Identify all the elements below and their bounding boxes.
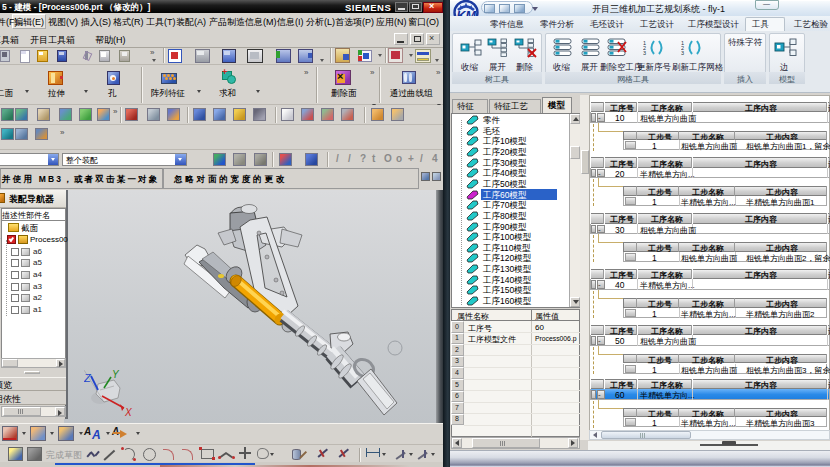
svg-text:Z: Z [84,372,92,384]
svg-text:3: 3 [681,50,684,56]
svg-text:X: X [124,407,132,418]
svg-text:3: 3 [643,50,646,56]
svg-text:Y: Y [112,370,120,380]
